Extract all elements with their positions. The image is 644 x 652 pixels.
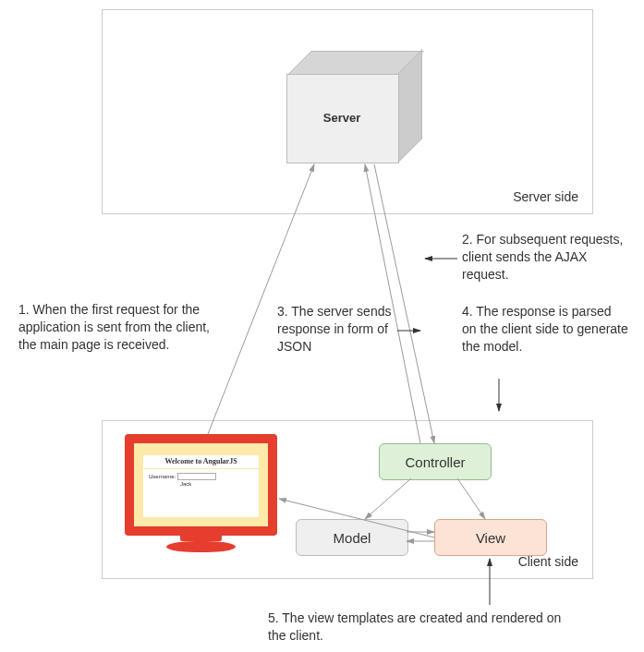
- monitor-base: [166, 541, 236, 552]
- view-box: View: [434, 519, 547, 556]
- server-cube: Server: [286, 51, 407, 162]
- monitor-echo: Jack: [180, 481, 191, 487]
- monitor-body: Username: Jack: [143, 469, 259, 517]
- client-monitor-icon: Welcome to AngularJS Username: Jack: [125, 434, 277, 559]
- monitor-title: Welcome to AngularJS: [143, 455, 259, 468]
- model-box: Model: [296, 519, 408, 556]
- server-panel-label: Server side: [513, 189, 578, 204]
- client-panel-label: Client side: [518, 554, 578, 569]
- monitor-field-label: Username:: [149, 474, 176, 479]
- note-4: 4. The response is parsed on the client …: [462, 303, 628, 356]
- monitor-stand: [180, 534, 222, 541]
- controller-box: Controller: [379, 443, 492, 480]
- server-label: Server: [286, 74, 397, 162]
- monitor-input: [177, 473, 216, 480]
- note-5: 5. The view templates are created and re…: [268, 610, 564, 645]
- monitor-frame: Welcome to AngularJS Username: Jack: [125, 434, 277, 536]
- note-2: 2. For subsequent requests, client sends…: [462, 231, 624, 284]
- note-1: 1. When the first request for the applic…: [18, 301, 213, 354]
- note-3: 3. The server sends response in form of …: [277, 303, 397, 356]
